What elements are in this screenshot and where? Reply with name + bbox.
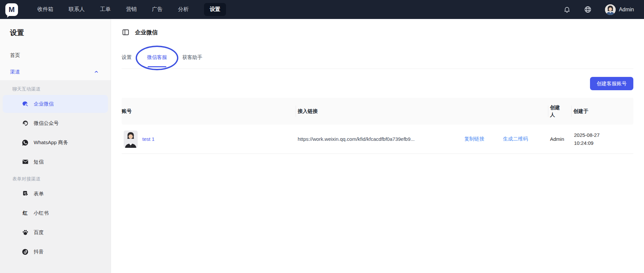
- whatsapp-icon: [22, 139, 29, 146]
- creator-cell: Admin: [550, 136, 573, 142]
- sidebar-item-douyin[interactable]: 抖音: [0, 242, 111, 261]
- sidebar-item-wechat-official-label: 微信公众号: [34, 120, 59, 127]
- generate-qrcode-action[interactable]: 生成二维码: [503, 136, 528, 142]
- column-header-created-at: 创建于: [573, 108, 633, 115]
- nav-item-settings[interactable]: 设置: [204, 3, 226, 16]
- nav-item-ads[interactable]: 广告: [152, 3, 163, 16]
- section-label-form-channels: 表单对接渠道: [0, 171, 111, 184]
- sidebar-item-wecom-label: 企业微信: [34, 101, 54, 107]
- column-header-access-link: 接入链接: [298, 108, 550, 115]
- sidebar-item-forms-label: 表单: [34, 191, 44, 197]
- user-menu[interactable]: Admin: [605, 4, 634, 15]
- access-link-cell: https://work.weixin.qq.com/kfid/kfcacdfb…: [298, 136, 550, 142]
- language-globe-icon[interactable]: [584, 6, 592, 13]
- page-title: 企业微信: [135, 29, 158, 36]
- sidebar-toggle-icon[interactable]: [122, 28, 130, 36]
- create-service-account-button[interactable]: 创建客服账号: [590, 77, 633, 90]
- baidu-paw-icon: [22, 229, 29, 236]
- sidebar-item-sms[interactable]: 短信: [0, 152, 111, 171]
- created-date: 2025-08-27: [574, 131, 633, 139]
- service-accounts-table: 账号 接入链接 创建人 创建于: [122, 98, 633, 154]
- sms-envelope-icon: [22, 158, 29, 165]
- column-header-account: 账号: [122, 108, 298, 115]
- settings-sidebar: 设置 首页 渠道 聊天互动渠道: [0, 19, 111, 273]
- column-header-creator: 创建人: [550, 104, 573, 119]
- sidebar-item-whatsapp[interactable]: WhatsApp 商务: [0, 133, 111, 152]
- sidebar-item-douyin-label: 抖音: [34, 249, 44, 255]
- sidebar-item-baidu-label: 百度: [34, 229, 44, 236]
- douyin-icon: [22, 248, 29, 255]
- sidebar-item-baidu[interactable]: 百度: [0, 223, 111, 242]
- sidebar-item-channels-label: 渠道: [10, 69, 20, 75]
- sidebar-channel-sections: 聊天互动渠道 企业微信 微信公众号: [0, 80, 111, 273]
- topnav-right-cluster: Admin: [563, 4, 634, 15]
- sidebar-item-home[interactable]: 首页: [0, 47, 111, 64]
- sidebar-item-sms-label: 短信: [34, 159, 44, 165]
- sidebar-item-forms[interactable]: 表单: [0, 184, 111, 203]
- nav-item-tickets[interactable]: 工单: [100, 3, 111, 16]
- tab-wechat-customer-service[interactable]: 微信客服: [147, 54, 167, 69]
- table-toolbar: 创建客服账号: [122, 69, 633, 90]
- copy-link-action[interactable]: 复制链接: [464, 136, 484, 142]
- user-avatar: [605, 4, 616, 15]
- account-avatar: [124, 131, 138, 148]
- table-row: test 1 https://work.weixin.qq.com/kfid/k…: [122, 125, 633, 154]
- sidebar-top-links: 首页 渠道: [0, 47, 111, 80]
- wechat-official-icon: [22, 120, 29, 127]
- table-header-row: 账号 接入链接 创建人 创建于: [122, 98, 633, 125]
- section-label-chat-channels: 聊天互动渠道: [0, 82, 111, 94]
- account-cell: test 1: [122, 131, 298, 148]
- xiaohongshu-icon: 红: [22, 210, 29, 217]
- top-nav-menu: 收件箱 联系人 工单 营销 广告 分析 设置: [37, 3, 226, 16]
- page-header: 企业微信: [122, 28, 633, 37]
- created-time: 10:24:09: [574, 139, 633, 147]
- row-actions: 复制链接 生成二维码: [464, 136, 528, 142]
- sidebar-item-wecom[interactable]: 企业微信: [3, 95, 108, 113]
- notification-bell-icon[interactable]: [563, 6, 571, 13]
- active-tab-underline: [148, 66, 166, 67]
- page-layout: 设置 首页 渠道 聊天互动渠道: [0, 19, 644, 273]
- tab-lead-assistant[interactable]: 获客助手: [182, 54, 202, 69]
- user-name-label: Admin: [619, 7, 634, 13]
- nav-item-marketing[interactable]: 营销: [126, 3, 137, 16]
- sidebar-item-xiaohongshu-label: 小红书: [34, 210, 49, 216]
- sidebar-item-xiaohongshu[interactable]: 红 小红书: [0, 203, 111, 223]
- form-document-icon: [22, 190, 29, 197]
- sidebar-item-home-label: 首页: [10, 52, 20, 59]
- main-content: 企业微信 设置 微信客服 获客助手 创建客服账号 账号 接入链接 创建: [111, 19, 644, 273]
- nav-item-inbox[interactable]: 收件箱: [37, 3, 53, 16]
- nav-item-analytics[interactable]: 分析: [178, 3, 189, 16]
- sidebar-item-wechat-official[interactable]: 微信公众号: [0, 114, 111, 133]
- account-name-link[interactable]: test 1: [142, 136, 155, 142]
- sidebar-item-whatsapp-label: WhatsApp 商务: [34, 139, 68, 146]
- tab-settings[interactable]: 设置: [122, 54, 132, 69]
- nav-item-contacts[interactable]: 联系人: [69, 3, 85, 16]
- sidebar-item-channels[interactable]: 渠道: [0, 64, 111, 80]
- top-navigation-bar: M 收件箱 联系人 工单 营销 广告 分析 设置: [0, 0, 644, 19]
- chevron-up-icon: [94, 70, 99, 74]
- app-logo-letter: M: [9, 6, 15, 13]
- app-logo[interactable]: M: [5, 3, 18, 16]
- created-at-cell: 2025-08-27 10:24:09: [573, 131, 633, 147]
- sidebar-title: 设置: [0, 28, 111, 38]
- access-link-url: https://work.weixin.qq.com/kfid/kfcacdfb…: [298, 136, 464, 142]
- tab-bar: 设置 微信客服 获客助手: [122, 54, 633, 69]
- wecom-icon: [22, 101, 29, 108]
